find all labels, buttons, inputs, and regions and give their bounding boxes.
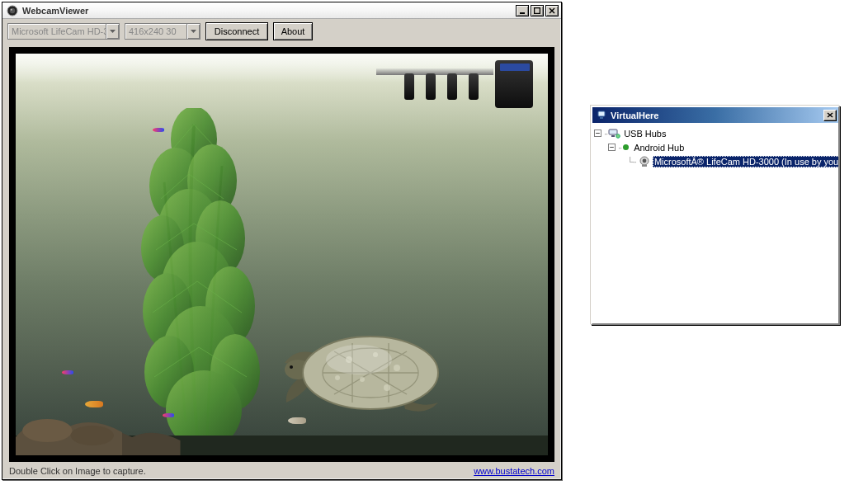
svg-point-35 — [335, 375, 340, 380]
svg-point-43 — [616, 134, 620, 138]
webcam-viewer-toolbar: Microsoft LifeCam HD-30 416x240 30 Disco… — [2, 19, 561, 44]
device-tree[interactable]: − ·· USB Hubs − ·· Android Hub └·· — [592, 123, 838, 323]
collapse-icon[interactable]: − — [594, 129, 601, 137]
tree-row-device[interactable]: └·· MicrosoftÂ® LifeCam HD-3000 (In use … — [594, 154, 837, 168]
chevron-down-icon — [106, 24, 119, 39]
maximize-button[interactable] — [531, 5, 544, 16]
video-surface[interactable] — [16, 54, 548, 455]
tree-line: └·· — [627, 157, 636, 167]
resolution-combo: 416x240 30 — [125, 23, 200, 40]
svg-rect-38 — [600, 117, 603, 119]
svg-point-24 — [71, 426, 114, 445]
turtle — [280, 320, 453, 419]
svg-rect-46 — [642, 165, 647, 167]
virtualhere-window: VirtualHere − ·· USB Hubs − ·· Android H… — [591, 106, 840, 325]
fish-orange — [85, 401, 103, 407]
virtualhere-title: VirtualHere — [611, 111, 823, 120]
disconnect-button-label: Disconnect — [215, 26, 259, 36]
svg-rect-41 — [609, 129, 617, 134]
status-dot-icon — [623, 144, 629, 150]
svg-point-36 — [326, 345, 392, 374]
svg-marker-7 — [110, 30, 116, 33]
device-combo-text: Microsoft LifeCam HD-30 — [8, 26, 106, 36]
status-text: Double Click on Image to capture. — [9, 466, 474, 476]
webcam-viewer-window: WebcamViewer Microsoft LifeCam HD-30 416… — [2, 2, 562, 480]
fish-neon — [163, 413, 174, 417]
status-bar: Double Click on Image to capture. www.bu… — [2, 464, 561, 479]
svg-rect-37 — [598, 111, 605, 116]
svg-point-23 — [22, 419, 72, 442]
svg-point-32 — [394, 365, 400, 371]
tree-label-device[interactable]: MicrosoftÂ® LifeCam HD-3000 (In use by y… — [653, 156, 838, 167]
camera-icon — [6, 4, 19, 17]
video-frame — [9, 47, 554, 462]
svg-point-45 — [643, 158, 647, 162]
svg-rect-4 — [535, 7, 540, 13]
website-link[interactable]: www.bustatech.com — [474, 466, 554, 476]
tree-row-hub[interactable]: − ·· Android Hub — [594, 140, 837, 154]
webcam-device-icon — [638, 156, 651, 167]
webcam-viewer-titlebar[interactable]: WebcamViewer — [2, 2, 561, 19]
svg-point-34 — [384, 384, 390, 391]
svg-point-2 — [11, 8, 12, 10]
aquarium-filter — [376, 59, 533, 112]
svg-point-1 — [10, 7, 15, 12]
svg-rect-42 — [611, 135, 615, 137]
close-button[interactable] — [545, 5, 559, 16]
disconnect-button[interactable]: Disconnect — [205, 22, 268, 40]
svg-point-33 — [360, 377, 365, 382]
tree-label-root[interactable]: USB Hubs — [622, 128, 668, 139]
virtualhere-titlebar[interactable]: VirtualHere — [592, 107, 838, 123]
aquarium-scene — [16, 54, 548, 455]
resolution-combo-text: 416x240 30 — [125, 26, 186, 36]
tree-label-hub[interactable]: Android Hub — [632, 142, 686, 153]
fish-neon — [153, 128, 164, 132]
tree-row-root[interactable]: − ·· USB Hubs — [594, 126, 837, 140]
fish-neon — [62, 370, 73, 374]
app-icon — [596, 110, 607, 121]
fish-pale — [288, 417, 306, 424]
hub-root-icon — [607, 128, 620, 139]
device-combo: Microsoft LifeCam HD-30 — [7, 23, 120, 40]
minimize-button[interactable] — [516, 5, 529, 16]
close-button[interactable] — [823, 110, 837, 121]
svg-marker-8 — [191, 30, 196, 33]
webcam-viewer-title: WebcamViewer — [22, 6, 514, 16]
collapse-icon[interactable]: − — [608, 144, 616, 151]
tree-line: ·· — [618, 143, 621, 153]
svg-point-26 — [290, 365, 293, 369]
about-button-label: About — [281, 26, 305, 36]
chevron-down-icon — [186, 24, 200, 39]
about-button[interactable]: About — [273, 22, 313, 40]
svg-rect-3 — [520, 12, 525, 14]
